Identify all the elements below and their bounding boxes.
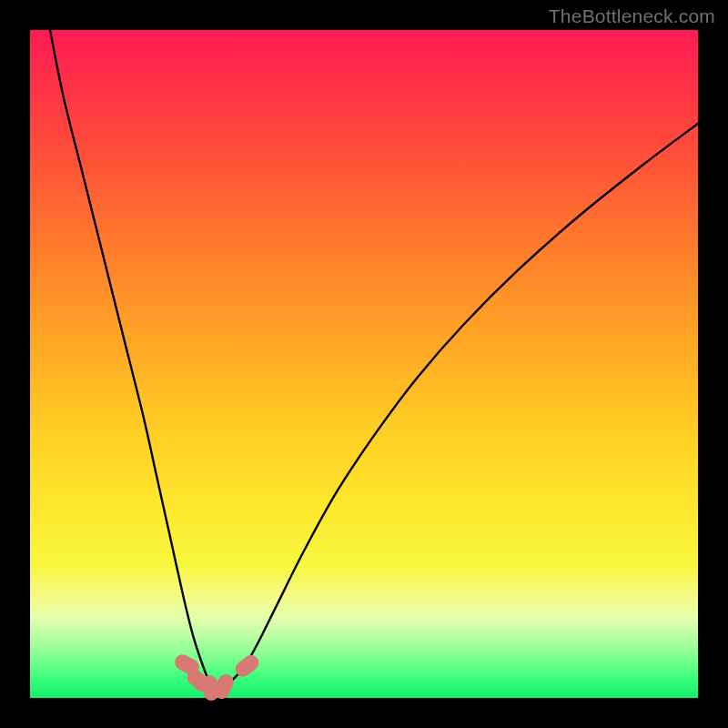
chart-frame: TheBottleneck.com [0, 0, 728, 728]
bottleneck-curve [50, 30, 698, 689]
curve-layer [30, 30, 698, 698]
curve-markers [172, 652, 262, 702]
plot-area [30, 30, 698, 698]
watermark-text: TheBottleneck.com [549, 5, 715, 27]
